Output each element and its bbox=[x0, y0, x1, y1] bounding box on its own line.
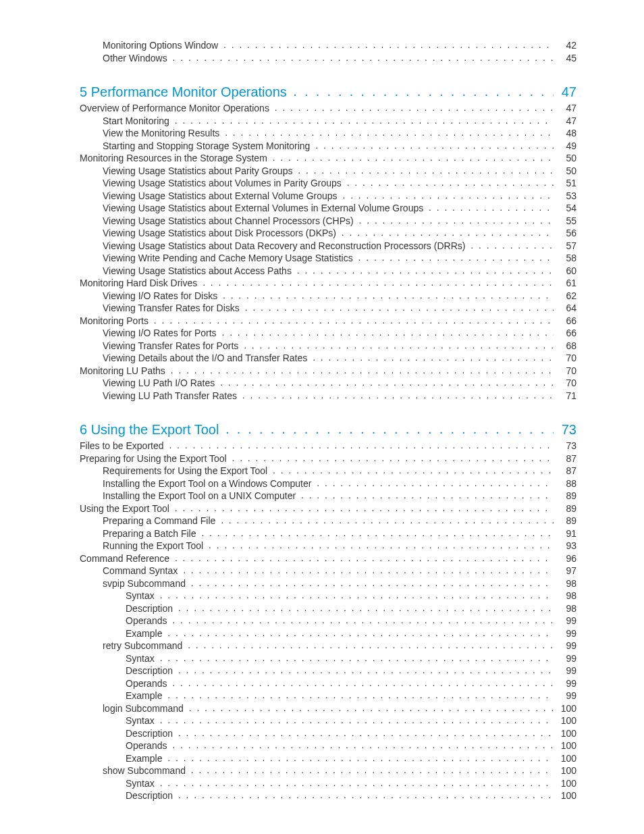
toc-entry-label: Running the Export Tool bbox=[80, 540, 203, 552]
toc-entry-row[interactable]: Running the Export Tool93 bbox=[80, 540, 576, 552]
toc-entry-row[interactable]: Overview of Performance Monitor Operatio… bbox=[80, 102, 576, 115]
toc-entry-row[interactable]: Other Windows45 bbox=[80, 52, 576, 65]
toc-entry-page: 48 bbox=[556, 128, 576, 140]
toc-entry-label: 5 Performance Monitor Operations bbox=[80, 84, 287, 101]
toc-entry-label: Preparing a Batch File bbox=[80, 528, 196, 540]
dot-leader bbox=[170, 52, 554, 61]
dot-leader bbox=[167, 440, 554, 449]
toc-entry-row[interactable]: Operands100 bbox=[80, 739, 576, 752]
dot-leader bbox=[340, 190, 554, 199]
toc-entry-row[interactable]: Preparing for Using the Export Tool87 bbox=[80, 452, 576, 465]
toc-entry-row[interactable]: Viewing Usage Statistics about Channel P… bbox=[80, 215, 576, 228]
toc-entry-row[interactable]: Monitoring Hard Disk Drives61 bbox=[80, 277, 576, 290]
toc-entry-row[interactable]: Command Reference96 bbox=[80, 552, 576, 565]
dot-leader bbox=[270, 465, 554, 474]
dot-leader bbox=[188, 764, 554, 774]
toc-entry-row[interactable]: Using the Export Tool89 bbox=[80, 502, 576, 515]
toc-page: Monitoring Options Window42Other Windows… bbox=[0, 0, 644, 834]
dot-leader bbox=[230, 452, 554, 462]
toc-entry-row[interactable]: Monitoring Resources in the Storage Syst… bbox=[80, 152, 576, 165]
toc-entry-page: 89 bbox=[556, 503, 576, 515]
dot-leader bbox=[157, 652, 554, 662]
toc-entry-row[interactable]: Viewing Usage Statistics about Access Pa… bbox=[80, 265, 576, 278]
toc-entry-page: 87 bbox=[556, 453, 576, 465]
toc-chapter-row[interactable]: 5 Performance Monitor Operations47 bbox=[80, 83, 576, 101]
toc-entry-row[interactable]: Example100 bbox=[80, 752, 576, 765]
toc-entry-row[interactable]: Monitoring Options Window42 bbox=[80, 39, 576, 52]
dot-leader bbox=[221, 39, 554, 49]
toc-entry-row[interactable]: Viewing I/O Rates for Disks62 bbox=[80, 290, 576, 303]
toc-entry-row[interactable]: Monitoring LU Paths70 bbox=[80, 365, 576, 377]
toc-entry-row[interactable]: Viewing Transfer Rates for Ports68 bbox=[80, 340, 576, 353]
toc-entry-page: 50 bbox=[556, 153, 576, 165]
toc-entry-row[interactable]: show Subcommand100 bbox=[80, 764, 576, 777]
toc-entry-row[interactable]: Description100 bbox=[80, 789, 576, 802]
toc-entry-row[interactable]: Command Syntax97 bbox=[80, 565, 576, 577]
toc-entry-row[interactable]: Starting and Stopping Storage System Mon… bbox=[80, 140, 576, 153]
toc-entry-row[interactable]: Viewing Transfer Rates for Disks64 bbox=[80, 302, 576, 315]
dot-leader bbox=[241, 340, 554, 349]
dot-leader bbox=[339, 227, 554, 236]
toc-entry-page: 100 bbox=[556, 778, 576, 790]
toc-entry-row[interactable]: Example99 bbox=[80, 689, 576, 702]
toc-entry-row[interactable]: Description98 bbox=[80, 602, 576, 615]
toc-entry-label: Syntax bbox=[80, 590, 155, 602]
dot-leader bbox=[310, 352, 554, 361]
toc-entry-page: 53 bbox=[556, 190, 576, 203]
toc-entry-row[interactable]: Preparing a Batch File91 bbox=[80, 527, 576, 540]
toc-entry-row[interactable]: Viewing Usage Statistics about Disk Proc… bbox=[80, 227, 576, 240]
toc-entry-page: 64 bbox=[556, 303, 576, 315]
dot-leader bbox=[172, 502, 554, 512]
toc-entry-row[interactable]: Requirements for Using the Export Tool87 bbox=[80, 465, 576, 477]
toc-entry-row[interactable]: Description100 bbox=[80, 727, 576, 740]
toc-entry-page: 99 bbox=[556, 628, 576, 640]
toc-entry-row[interactable]: Files to be Exported73 bbox=[80, 440, 576, 452]
toc-entry-row[interactable]: Viewing Details about the I/O and Transf… bbox=[80, 352, 576, 365]
toc-entry-row[interactable]: Operands99 bbox=[80, 677, 576, 690]
toc-entry-row[interactable]: Description99 bbox=[80, 664, 576, 677]
toc-entry-row[interactable]: Viewing Usage Statistics about External … bbox=[80, 202, 576, 215]
toc-entry-row[interactable]: svpip Subcommand98 bbox=[80, 577, 576, 590]
toc-entry-row[interactable]: Example99 bbox=[80, 627, 576, 640]
toc-entry-label: Preparing for Using the Export Tool bbox=[80, 453, 227, 465]
toc-entry-row[interactable]: Operands99 bbox=[80, 615, 576, 627]
dot-leader bbox=[169, 677, 554, 687]
toc-entry-page: 47 bbox=[556, 84, 576, 101]
toc-entry-row[interactable]: Installing the Export Tool on a UNIX Com… bbox=[80, 490, 576, 502]
toc-entry-row[interactable]: Syntax100 bbox=[80, 714, 576, 727]
toc-entry-row[interactable]: Viewing Usage Statistics about External … bbox=[80, 190, 576, 203]
toc-entry-row[interactable]: Viewing I/O Rates for Ports66 bbox=[80, 327, 576, 340]
toc-entry-page: 87 bbox=[556, 465, 576, 477]
toc-entry-row[interactable]: Viewing Write Pending and Cache Memory U… bbox=[80, 252, 576, 265]
dot-leader bbox=[270, 152, 554, 161]
toc-entry-label: Viewing Usage Statistics about External … bbox=[80, 190, 338, 203]
toc-chapter-row[interactable]: 6 Using the Export Tool73 bbox=[80, 421, 576, 438]
toc-entry-row[interactable]: retry Subcommand99 bbox=[80, 640, 576, 652]
dot-leader bbox=[176, 664, 554, 674]
toc-entry-page: 98 bbox=[556, 590, 576, 602]
toc-entry-row[interactable]: login Subcommand100 bbox=[80, 702, 576, 715]
toc-entry-row[interactable]: Start Monitoring47 bbox=[80, 115, 576, 128]
toc-entry-page: 99 bbox=[556, 690, 576, 702]
toc-entry-row[interactable]: Viewing Usage Statistics about Parity Gr… bbox=[80, 165, 576, 178]
toc-entry-row[interactable]: Syntax98 bbox=[80, 590, 576, 602]
toc-entry-row[interactable]: Viewing Usage Statistics about Data Reco… bbox=[80, 240, 576, 253]
toc-entry-row[interactable]: Viewing Usage Statistics about Volumes i… bbox=[80, 177, 576, 190]
dot-leader bbox=[240, 390, 554, 399]
dot-leader bbox=[157, 590, 554, 599]
dot-leader bbox=[165, 689, 554, 699]
toc-entry-label: Other Windows bbox=[80, 53, 167, 65]
toc-entry-row[interactable]: Syntax100 bbox=[80, 777, 576, 790]
toc-entry-row[interactable]: Syntax99 bbox=[80, 652, 576, 665]
toc-entry-page: 73 bbox=[556, 421, 576, 438]
toc-entry-row[interactable]: Preparing a Command File89 bbox=[80, 515, 576, 527]
toc-entry-row[interactable]: Viewing LU Path I/O Rates70 bbox=[80, 377, 576, 390]
dot-leader bbox=[356, 215, 554, 224]
toc-entry-page: 70 bbox=[556, 353, 576, 365]
toc-entry-row[interactable]: View the Monitoring Results48 bbox=[80, 127, 576, 140]
toc-entry-row[interactable]: Monitoring Ports66 bbox=[80, 315, 576, 328]
toc-entry-label: Viewing Usage Statistics about Channel P… bbox=[80, 215, 354, 228]
toc-entry-row[interactable]: Installing the Export Tool on a Windows … bbox=[80, 477, 576, 490]
toc-entry-row[interactable]: Viewing LU Path Transfer Rates71 bbox=[80, 390, 576, 402]
toc-entry-label: Description bbox=[80, 790, 173, 802]
